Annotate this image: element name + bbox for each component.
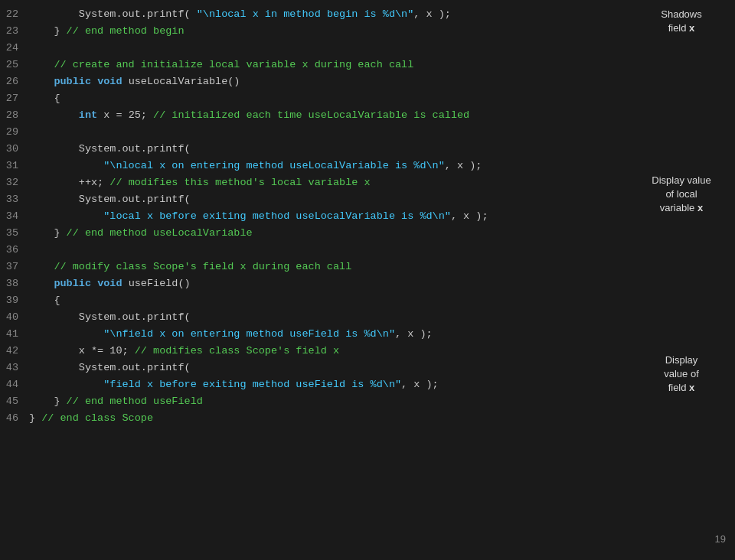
line-content: // create and initialize local variable … <box>29 57 628 73</box>
code-token: } <box>29 25 67 37</box>
line-content: // modify class Scope's field x during e… <box>29 259 628 275</box>
line-number: 37 <box>0 259 29 275</box>
line-number: 30 <box>0 141 29 158</box>
annotation-display-local: Display value of local variable x <box>634 174 729 216</box>
code-token <box>29 261 54 272</box>
annotation3-line3: field <box>668 382 689 393</box>
table-row: 24 <box>0 40 628 57</box>
line-number: 35 <box>0 225 29 242</box>
line-content: System.out.printf( <box>29 191 628 208</box>
code-token: } <box>29 227 67 239</box>
table-row: 29 <box>0 124 628 141</box>
line-number: 33 <box>0 191 29 208</box>
line-content: int x = 25; // initialized each time use… <box>29 107 628 124</box>
table-row: 25 // create and initialize local variab… <box>0 57 628 73</box>
line-content: public void useField() <box>29 275 628 292</box>
line-number: 32 <box>0 174 29 191</box>
code-token: System.out.printf( <box>29 194 191 205</box>
code-token: // modifies this method's local variable… <box>109 177 370 188</box>
annotation-shadows-text: Shadows field x <box>661 8 701 35</box>
annotation-display-field: Display value of field x <box>634 353 729 396</box>
code-token: "local x before exiting method useLocalV… <box>103 210 451 222</box>
table-row: 30 System.out.printf( <box>0 141 628 158</box>
table-row: 40 System.out.printf( <box>0 309 628 326</box>
annotation3-bold: x <box>689 382 694 393</box>
code-token: "\nlocal x in method begin is %d\n" <box>197 8 414 20</box>
code-token <box>29 109 79 121</box>
code-token: // modify class Scope's field x during e… <box>54 261 351 272</box>
code-token <box>29 210 103 222</box>
line-number: 25 <box>0 57 29 73</box>
line-content: } // end class Scope <box>29 410 628 427</box>
code-token: , x ); <box>401 379 439 390</box>
code-token: public <box>54 278 91 289</box>
code-token: useLocalVariable() <box>122 76 240 87</box>
line-number: 46 <box>0 410 29 427</box>
code-token <box>29 379 103 390</box>
code-token: // create and initialize local variable … <box>54 59 413 70</box>
table-row: 36 <box>0 242 628 259</box>
table-row: 35 } // end method useLocalVariable <box>0 225 628 242</box>
table-row: 39 { <box>0 292 628 309</box>
annotation2-line2: of local <box>665 188 697 200</box>
code-token: { <box>29 93 60 104</box>
table-row: 26 public void useLocalVariable() <box>0 73 628 90</box>
code-token: x = 25; <box>97 109 153 121</box>
line-number: 31 <box>0 158 29 174</box>
table-row: 34 "local x before exiting method useLoc… <box>0 208 628 225</box>
annotation3-line1: Display <box>665 354 698 366</box>
code-token: "\nfield x on entering method useField i… <box>103 328 395 340</box>
line-number: 23 <box>0 23 29 40</box>
table-row: 23 } // end method begin <box>0 23 628 40</box>
annotation2-text: Display value of local variable x <box>652 174 710 216</box>
table-row: 42 x *= 10; // modifies class Scope's fi… <box>0 343 628 360</box>
code-token: "\nlocal x on entering method useLocalVa… <box>103 160 445 171</box>
annotation2-line1: Display value <box>652 174 710 186</box>
table-row: 27 { <box>0 90 628 107</box>
line-number: 43 <box>0 360 29 376</box>
code-token: "field x before exiting method useField … <box>103 379 401 390</box>
line-number: 41 <box>0 326 29 343</box>
code-token: useField() <box>122 278 191 289</box>
code-token: x *= 10; <box>29 345 135 357</box>
code-token: } <box>29 412 41 424</box>
line-number: 36 <box>0 242 29 259</box>
table-row: 32 ++x; // modifies this method's local … <box>0 174 628 191</box>
annotation2-bold: x <box>697 202 703 213</box>
line-content: "\nlocal x on entering method useLocalVa… <box>29 158 628 174</box>
table-row: 22 System.out.printf( "\nlocal x in meth… <box>0 6 628 23</box>
code-token: { <box>29 295 60 306</box>
line-content: } // end method begin <box>29 23 628 40</box>
sidebar-panel: Shadows field x Display value of local v… <box>628 0 735 560</box>
line-content: } // end method useLocalVariable <box>29 225 628 242</box>
line-number: 39 <box>0 292 29 309</box>
line-number: 44 <box>0 376 29 393</box>
table-row: 28 int x = 25; // initialized each time … <box>0 107 628 124</box>
code-token: System.out.printf( <box>29 8 197 20</box>
code-token: , x ); <box>395 328 433 340</box>
code-token: System.out.printf( <box>29 143 191 155</box>
line-number: 26 <box>0 73 29 90</box>
code-panel: 22 System.out.printf( "\nlocal x in meth… <box>0 0 628 560</box>
annotation1-line2: field <box>668 22 689 34</box>
line-content: x *= 10; // modifies class Scope's field… <box>29 343 628 360</box>
line-number: 24 <box>0 40 29 57</box>
code-token: System.out.printf( <box>29 362 191 373</box>
code-token <box>91 278 97 289</box>
table-row: 46} // end class Scope <box>0 410 628 427</box>
annotation2-line3: variable <box>660 202 697 213</box>
code-token: ++x; <box>29 177 109 188</box>
line-number: 22 <box>0 6 29 23</box>
table-row: 44 "field x before exiting method useFie… <box>0 376 628 393</box>
code-token: , x ); <box>413 8 451 20</box>
code-token <box>29 328 103 340</box>
table-row: 45 } // end method useField <box>0 393 628 410</box>
code-token: void <box>97 278 122 289</box>
code-token: System.out.printf( <box>29 311 191 323</box>
code-token <box>29 59 54 70</box>
line-content: { <box>29 292 628 309</box>
page-number: 19 <box>634 533 729 545</box>
code-token: void <box>97 76 122 87</box>
line-number: 29 <box>0 124 29 141</box>
code-token: // end method useField <box>67 396 203 407</box>
